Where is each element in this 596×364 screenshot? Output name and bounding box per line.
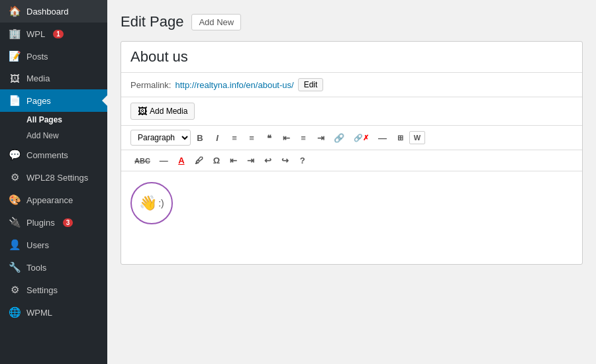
users-icon: 👤 [8, 239, 21, 251]
redo-button[interactable]: ↪ [277, 153, 293, 168]
pages-icon: 📄 [8, 95, 21, 107]
sidebar-item-label: Media [26, 73, 50, 83]
link-button[interactable]: 🔗 [330, 130, 348, 146]
add-media-icon: 🖼 [138, 106, 147, 116]
editor-body[interactable]: 👋 :) [121, 171, 582, 264]
plugins-badge: 3 [63, 218, 74, 227]
sidebar-item-dashboard[interactable]: 🏠 Dashboard [0, 0, 107, 23]
permalink-edit-button[interactable]: Edit [298, 78, 324, 91]
editor-container: Permalink: http://realtyna.info/en/about… [121, 41, 583, 265]
help-button[interactable]: ? [295, 153, 311, 168]
align-center-button[interactable]: ≡ [295, 130, 311, 146]
add-media-label: Add Media [150, 107, 187, 116]
dashboard-icon: 🏠 [8, 5, 21, 17]
editor-content: 👋 :) [130, 182, 573, 224]
comments-icon: 💬 [8, 149, 21, 161]
indent-button[interactable]: ⇥ [243, 153, 259, 168]
sidebar-item-users[interactable]: 👤 Users [0, 234, 107, 256]
sidebar-item-posts[interactable]: 📝 Posts [0, 45, 107, 68]
sidebar-item-label: Settings [26, 285, 58, 295]
sidebar-item-label: Plugins [26, 218, 55, 228]
sidebar-item-settings[interactable]: ⚙ Settings [0, 279, 107, 301]
bold-button[interactable]: B [192, 130, 208, 146]
permalink-label: Permalink: [130, 80, 171, 90]
italic-button[interactable]: I [209, 130, 225, 146]
align-right-button[interactable]: ⇥ [313, 130, 328, 146]
plugins-icon: 🔌 [8, 216, 21, 228]
sidebar-item-media[interactable]: 🖼 Media [0, 68, 107, 89]
emoji-circle: 👋 :) [130, 182, 173, 224]
page-header: Edit Page Add New [121, 13, 583, 30]
sidebar-item-appearance[interactable]: 🎨 Appearance [0, 189, 107, 211]
hr-button[interactable]: — [156, 153, 172, 168]
table-button[interactable]: ⊞ [392, 131, 408, 145]
align-left-button[interactable]: ⇤ [278, 130, 294, 146]
smiley-text: :) [158, 198, 164, 208]
sidebar-item-label: Tools [26, 263, 46, 273]
media-icon: 🖼 [8, 73, 21, 84]
unordered-list-button[interactable]: ≡ [226, 130, 242, 146]
page-title: Edit Page [121, 13, 183, 30]
sidebar-item-label: Posts [26, 52, 48, 62]
sidebar-item-label: Pages [26, 96, 51, 106]
add-media-toolbar: 🖼 Add Media [121, 97, 582, 126]
format-toolbar-row2: ABC — A 🖊 Ω ⇤ ⇥ ↩ ↪ ? [121, 150, 582, 171]
sidebar-item-plugins[interactable]: 🔌 Plugins 3 [0, 211, 107, 234]
add-media-button[interactable]: 🖼 Add Media [130, 103, 195, 120]
text-color-button[interactable]: A [174, 153, 189, 168]
emoji: 👋 [139, 195, 157, 212]
tools-icon: 🔧 [8, 261, 21, 273]
sidebar: 🏠 Dashboard 🏢 WPL 1 📝 Posts 🖼 Media 📄 Pa… [0, 0, 107, 364]
sidebar-item-label: WPL28 Settings [26, 173, 88, 183]
wpl-icon: 🏢 [8, 28, 21, 40]
sidebar-item-pages[interactable]: 📄 Pages [0, 89, 107, 112]
blockquote-button[interactable]: ❝ [261, 130, 277, 146]
settings-icon: ⚙ [8, 284, 21, 296]
ordered-list-button[interactable]: ≡ [244, 130, 260, 146]
page-title-input[interactable] [130, 48, 573, 66]
title-area [121, 42, 582, 73]
sidebar-item-label: Appearance [26, 195, 73, 205]
format-toolbar-row1: Paragraph B I ≡ ≡ ❝ ⇤ ≡ ⇥ 🔗 🔗✗ — ⊞ W [121, 126, 582, 150]
appearance-icon: 🎨 [8, 194, 21, 206]
format-select[interactable]: Paragraph [130, 130, 191, 146]
sidebar-item-label: WPL [26, 29, 45, 39]
sidebar-item-label: Users [26, 240, 49, 250]
active-arrow [102, 95, 107, 106]
permalink-link[interactable]: http://realtyna.info/en/about-us/ [175, 80, 293, 90]
sidebar-item-wpl28settings[interactable]: ⚙ WPL28 Settings [0, 166, 107, 189]
special-char-button[interactable]: Ω [209, 153, 224, 168]
add-new-button[interactable]: Add New [191, 14, 241, 30]
main-content: Edit Page Add New Permalink: http://real… [107, 0, 596, 364]
sidebar-item-label: WPML [26, 308, 52, 318]
sidebar-item-label: Comments [26, 150, 68, 160]
wpl-badge: 1 [53, 30, 64, 38]
permalink-row: Permalink: http://realtyna.info/en/about… [121, 73, 582, 97]
wpml-icon: 🌐 [8, 306, 21, 318]
custom-char-button[interactable]: 🖊 [191, 153, 207, 168]
undo-button[interactable]: ↩ [260, 153, 276, 168]
unlink-button[interactable]: 🔗✗ [350, 131, 373, 145]
sidebar-subitem-add-new[interactable]: Add New [0, 128, 107, 144]
sidebar-item-comments[interactable]: 💬 Comments [0, 144, 107, 166]
sidebar-subitem-all-pages[interactable]: All Pages [0, 112, 107, 128]
separator-button[interactable]: — [374, 130, 391, 146]
sidebar-item-wpml[interactable]: 🌐 WPML [0, 301, 107, 324]
word-button[interactable]: W [409, 131, 425, 144]
wpl28settings-icon: ⚙ [8, 171, 21, 183]
sidebar-item-wpl[interactable]: 🏢 WPL 1 [0, 23, 107, 45]
sidebar-item-tools[interactable]: 🔧 Tools [0, 256, 107, 279]
outdent-button[interactable]: ⇤ [226, 153, 242, 168]
strikethrough-button[interactable]: ABC [130, 154, 154, 167]
posts-icon: 📝 [8, 50, 21, 62]
sidebar-item-label: Dashboard [26, 7, 69, 17]
